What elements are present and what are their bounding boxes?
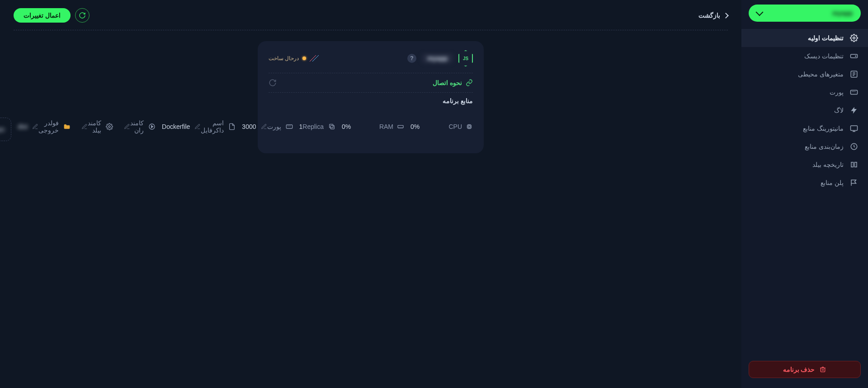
- trash-icon: [819, 366, 826, 373]
- pencil-icon: [261, 123, 267, 130]
- refresh-button[interactable]: [75, 8, 90, 23]
- nav-label: متغیرهای محیطی: [798, 71, 844, 78]
- svg-point-2: [855, 56, 856, 57]
- link-icon: [466, 79, 473, 86]
- refresh-icon: [79, 12, 86, 19]
- main-panel: بازگشت اعمال تغییرات JS myapp ?: [0, 0, 741, 388]
- port-value: 3000: [242, 123, 256, 130]
- delete-label: حذف برنامه: [783, 366, 815, 373]
- dockerfile-value: Dockerfile: [162, 123, 190, 130]
- app-card: JS myapp ? درحال ساخت نحوه اتصال: [258, 41, 484, 153]
- ram-value: 0%: [342, 123, 360, 130]
- cpu-label: CPU: [448, 123, 462, 130]
- edit-port-button[interactable]: [261, 123, 267, 130]
- svg-point-0: [853, 37, 855, 39]
- nav-port[interactable]: پورت: [741, 83, 868, 101]
- build-cmd-row: کامند بیلد: [77, 116, 113, 137]
- repo-box: user/repo main: [0, 118, 11, 141]
- replica-icon: [328, 123, 335, 130]
- svg-rect-8: [467, 125, 471, 128]
- nav-scheduling[interactable]: زمان‌بندی منابع: [741, 137, 868, 156]
- chevron-down-icon: [756, 9, 764, 16]
- topbar: بازگشت اعمال تغییرات: [14, 6, 728, 24]
- run-cmd-label: کامند ران: [130, 119, 144, 134]
- nav-label: تنظیمات اولیه: [808, 34, 844, 42]
- nav-label: مانیتورینگ منابع: [803, 125, 844, 132]
- nav-basic-settings[interactable]: تنظیمات اولیه: [741, 29, 868, 47]
- ram-row: RAM 0%: [342, 120, 404, 133]
- repo-name: user/repo: [0, 126, 5, 133]
- status-dot-icon: [302, 57, 306, 60]
- build-status: درحال ساخت: [269, 55, 319, 62]
- nodejs-icon: JS: [458, 50, 473, 66]
- project-dropdown[interactable]: myapp: [749, 5, 861, 22]
- svg-rect-10: [398, 125, 403, 128]
- chevron-right-icon: [723, 13, 729, 19]
- nav-resource-plan[interactable]: پلن منابع: [741, 174, 868, 192]
- edit-dockerfile-button[interactable]: [194, 123, 201, 130]
- svg-rect-11: [330, 124, 333, 128]
- pencil-icon: [32, 123, 38, 130]
- edit-build-cmd-button[interactable]: [81, 123, 88, 130]
- sidebar: myapp تنظیمات اولیه تنظیمات دیسک متغ: [741, 0, 868, 388]
- variables-icon: [850, 70, 858, 78]
- app-name: myapp: [422, 53, 453, 63]
- apply-changes-button[interactable]: اعمال تغییرات: [14, 8, 71, 23]
- nav-list: تنظیمات اولیه تنظیمات دیسک متغیرهای محیط…: [741, 29, 868, 355]
- connection-link[interactable]: نحوه اتصال: [433, 79, 473, 86]
- play-icon: [148, 123, 156, 130]
- nav-label: پورت: [830, 89, 844, 96]
- nav-env-vars[interactable]: متغیرهای محیطی: [741, 65, 868, 83]
- pencil-icon: [194, 123, 201, 130]
- port-label: پورت: [267, 123, 281, 130]
- svg-point-15: [108, 126, 110, 128]
- sparkline-icon: [310, 55, 319, 62]
- replica-label: Replica: [302, 123, 324, 130]
- disk-icon: [850, 52, 858, 60]
- nav-label: لاگ: [834, 107, 844, 114]
- edit-run-cmd-button[interactable]: [124, 123, 130, 130]
- divider: [14, 30, 728, 30]
- dockerfile-row: اسم داکرفایل Dockerfile: [162, 116, 236, 137]
- nav-disk-settings[interactable]: تنظیمات دیسک: [741, 47, 868, 65]
- nav-label: پلن منابع: [821, 179, 844, 186]
- back-label: بازگشت: [698, 12, 720, 19]
- nav-log[interactable]: لاگ: [741, 101, 868, 119]
- cpu-value: 0%: [410, 123, 429, 130]
- bolt-icon: [850, 106, 858, 114]
- gear-icon: [850, 34, 858, 42]
- nav-build-history[interactable]: تاریخچه بیلد: [741, 156, 868, 174]
- ram-icon: [397, 123, 404, 130]
- ram-label: RAM: [379, 123, 393, 130]
- svg-rect-9: [468, 126, 470, 128]
- resources-title: منابع برنامه: [269, 92, 473, 104]
- svg-rect-12: [330, 125, 334, 129]
- out-folder-value: dist: [18, 123, 28, 130]
- gear-icon: [106, 123, 113, 130]
- nav-label: زمان‌بندی منابع: [805, 143, 844, 150]
- delete-app-button[interactable]: حذف برنامه: [749, 361, 861, 378]
- refresh-icon: [269, 79, 277, 87]
- svg-rect-7: [821, 368, 825, 372]
- replica-value: 1: [299, 123, 303, 130]
- port-icon: [850, 88, 858, 96]
- edit-out-folder-button[interactable]: [32, 123, 38, 130]
- nav-monitoring[interactable]: مانیتورینگ منابع: [741, 119, 868, 137]
- dockerfile-label: اسم داکرفایل: [201, 119, 224, 134]
- port-row: پورت 3000: [242, 119, 292, 134]
- refresh-connection-button[interactable]: [269, 79, 277, 87]
- pencil-icon: [81, 123, 88, 130]
- help-icon[interactable]: ?: [407, 54, 416, 63]
- project-name: myapp: [832, 9, 853, 17]
- back-button[interactable]: بازگشت: [698, 12, 728, 19]
- history-icon: [850, 161, 858, 169]
- build-cmd-label: کامند بیلد: [88, 119, 101, 134]
- out-folder-row: فولدر خروجی dist: [18, 116, 71, 137]
- cpu-row: CPU 0% RAM 0%: [269, 109, 473, 144]
- folder-icon: [63, 123, 71, 130]
- cpu-icon: [466, 123, 473, 130]
- file-icon: [228, 123, 236, 130]
- flag-icon: [850, 179, 858, 187]
- nav-label: تنظیمات دیسک: [804, 52, 844, 60]
- svg-rect-5: [851, 126, 858, 131]
